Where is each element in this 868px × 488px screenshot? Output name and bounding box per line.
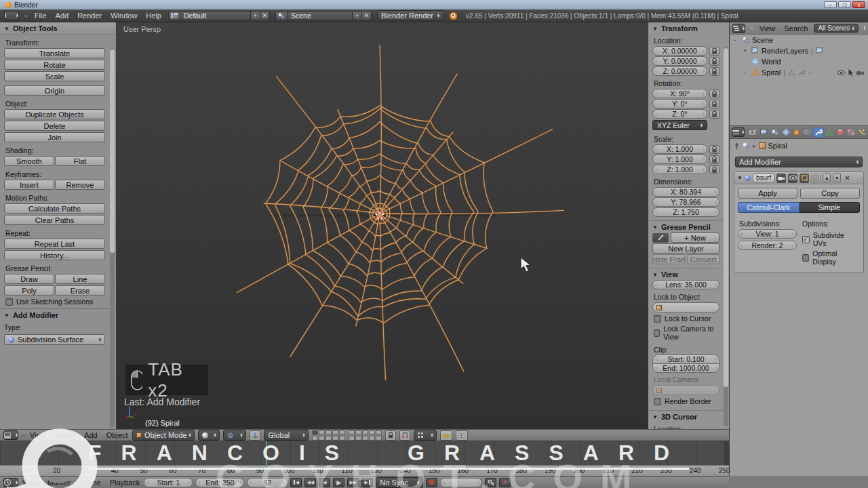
- field-scale-y[interactable]: Y: 1.000: [652, 155, 707, 164]
- catmull-clark-option[interactable]: Catmull-Clark: [738, 202, 800, 213]
- layer-cell[interactable]: [362, 436, 368, 441]
- outliner-item-world[interactable]: World: [730, 56, 868, 67]
- lock-toggle[interactable]: [709, 67, 719, 76]
- tool-button-smooth[interactable]: Smooth: [4, 156, 54, 166]
- lock-to-cursor-checkbox[interactable]: Lock to Cursor: [654, 314, 718, 323]
- render-toggle-icon[interactable]: [856, 69, 864, 77]
- menu-search[interactable]: Search: [783, 24, 810, 33]
- menu-help[interactable]: Help: [144, 12, 163, 20]
- view-subdivisions-field[interactable]: View: 1: [738, 229, 797, 239]
- manipulator-toggle[interactable]: [250, 430, 260, 441]
- layer-cell[interactable]: [349, 436, 355, 441]
- 3d-viewport[interactable]: User Persp TAB x2 Last: Add Modifier x (…: [117, 22, 648, 429]
- lock-toggle[interactable]: [709, 165, 719, 174]
- move-modifier-down-button[interactable]: ▼: [833, 174, 841, 182]
- restore-button[interactable]: ❐: [838, 1, 851, 8]
- field-location-z[interactable]: Z: 0.00000: [652, 66, 707, 76]
- tool-button-translate[interactable]: Translate: [4, 48, 105, 58]
- lock-toggle[interactable]: [709, 47, 719, 56]
- tool-button-erase[interactable]: Erase: [55, 285, 105, 296]
- menu-add[interactable]: Add: [83, 431, 99, 439]
- lock-to-object-field[interactable]: [652, 302, 719, 312]
- editor-type-button[interactable]: ▴▾: [3, 478, 18, 487]
- timeline-playhead[interactable]: [266, 441, 267, 476]
- transform-header[interactable]: ▼Transform: [648, 22, 729, 34]
- collapse-triangle-icon[interactable]: ▼: [737, 175, 743, 181]
- tool-button-line[interactable]: Line: [55, 274, 105, 284]
- layer-cell[interactable]: [376, 430, 382, 435]
- layer-cell[interactable]: [332, 436, 338, 441]
- lock-toggle[interactable]: [709, 110, 719, 119]
- eye-icon[interactable]: [837, 69, 845, 77]
- editor-type-button[interactable]: ▴▾: [732, 127, 745, 137]
- menu-file[interactable]: File: [33, 12, 48, 20]
- field-dimensions-x[interactable]: X: 80.394: [652, 187, 719, 197]
- pencil-dropdown[interactable]: [652, 233, 669, 243]
- frame-start-field[interactable]: Start: 1: [144, 478, 193, 487]
- layer-cell[interactable]: [326, 436, 332, 441]
- layer-cell[interactable]: [376, 436, 382, 441]
- opengl-render-anim-button[interactable]: [456, 430, 468, 441]
- tool-button-poly[interactable]: Poly: [4, 285, 54, 296]
- copy-button[interactable]: Copy: [800, 188, 860, 199]
- tool-button-clear-paths[interactable]: Clear Paths: [4, 215, 105, 225]
- render-border-checkbox[interactable]: Render Border: [654, 397, 718, 405]
- clip-end-field[interactable]: End: 1000.000: [652, 363, 719, 373]
- lock-toggle[interactable]: [709, 100, 719, 108]
- menu-view[interactable]: View: [21, 479, 40, 487]
- layer-cell[interactable]: [355, 430, 361, 435]
- tab-constraints-icon[interactable]: [802, 127, 812, 138]
- tab-render-layers-icon[interactable]: [759, 127, 769, 138]
- editor-type-button[interactable]: ▴▾: [732, 24, 745, 33]
- add-layout-button[interactable]: +: [251, 11, 260, 20]
- apply-button[interactable]: Apply: [738, 188, 797, 199]
- tab-particles-icon[interactable]: [856, 127, 867, 138]
- add-modifier-dropdown[interactable]: Add Modifier ▴▾: [735, 157, 863, 167]
- local-camera-field[interactable]: [652, 385, 719, 395]
- outliner-item-scene[interactable]: -Scene: [730, 35, 868, 45]
- outliner-item-renderlayers[interactable]: +RenderLayers|: [730, 45, 868, 56]
- layer-cell[interactable]: [312, 436, 318, 441]
- edit-mode-display-toggle[interactable]: [800, 174, 809, 183]
- layer-cell[interactable]: [312, 430, 318, 435]
- simple-option[interactable]: Simple: [800, 202, 861, 213]
- tool-button-origin[interactable]: Origin: [4, 85, 105, 96]
- editor-type-button[interactable]: i ▴▾: [4, 11, 19, 20]
- menu-marker[interactable]: Marker: [46, 479, 72, 487]
- field-rotation-x[interactable]: X: 90°: [652, 89, 707, 98]
- menu-select[interactable]: Select: [54, 431, 77, 439]
- tab-data-icon[interactable]: [824, 127, 834, 138]
- collapse-menus-icon[interactable]: ○: [750, 25, 753, 31]
- play-button[interactable]: ▶: [333, 478, 344, 487]
- grease-pencil-new-button[interactable]: + New: [671, 232, 719, 243]
- npanel-scrollbar-thumb[interactable]: [724, 48, 728, 387]
- tab-world-icon[interactable]: [781, 127, 791, 138]
- timeline-ruler[interactable]: 1020304050607080901001101201301401501601…: [0, 465, 729, 476]
- render-subdivisions-field[interactable]: Render: 2: [738, 241, 797, 250]
- layer-cell[interactable]: [326, 430, 332, 435]
- field-location-y[interactable]: Y: 0.00000: [652, 56, 707, 66]
- frame-end-field[interactable]: End: 250: [195, 478, 244, 487]
- delete-keyframe-button[interactable]: ✕: [499, 478, 511, 487]
- delete-modifier-button[interactable]: ✕: [844, 174, 850, 182]
- next-keyframe-button[interactable]: ▶▶: [347, 478, 359, 487]
- lock-to-scene-toggle[interactable]: [385, 430, 396, 441]
- mode-dropdown[interactable]: Object Mode ▴▾: [132, 430, 195, 441]
- field-location-x[interactable]: X: 0.00000: [652, 46, 707, 56]
- lock-toggle[interactable]: [709, 89, 719, 98]
- tab-texture-icon[interactable]: [846, 127, 856, 138]
- field-dimensions-z[interactable]: Z: 1.750: [652, 207, 719, 217]
- viewport-shading-dropdown[interactable]: ▴▾: [198, 430, 220, 441]
- cursor-3d-header[interactable]: ▼3D Cursor: [648, 411, 729, 422]
- outliner-item-spiral[interactable]: -Spiral|: [730, 67, 868, 78]
- expander-icon[interactable]: -: [743, 69, 749, 76]
- layer-cell[interactable]: [355, 436, 361, 441]
- modifier-type-dropdown[interactable]: Subdivision Surface ▴▾: [4, 334, 105, 345]
- delete-scene-button[interactable]: ✕: [362, 11, 372, 20]
- tool-shelf-scrollbar-thumb[interactable]: [110, 49, 115, 253]
- menu-add[interactable]: Add: [54, 12, 71, 20]
- layer-cell[interactable]: [319, 430, 325, 435]
- expander-icon[interactable]: -: [734, 37, 739, 43]
- tool-button-delete[interactable]: Delete: [4, 121, 105, 131]
- menu-view[interactable]: View: [28, 431, 47, 439]
